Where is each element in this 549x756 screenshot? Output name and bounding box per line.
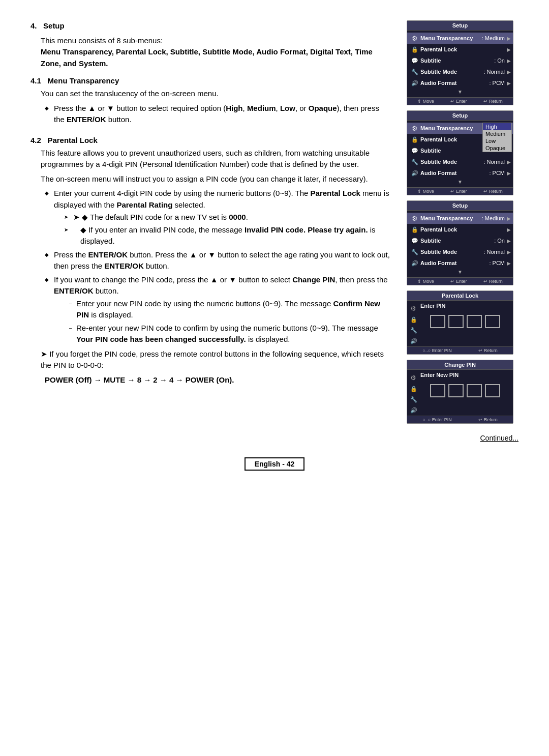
subsection42-desc1: This feature allows you to prevent unaut… bbox=[30, 148, 391, 170]
tv-panel1-title: Setup bbox=[407, 21, 513, 31]
pin-box-4-4 bbox=[485, 315, 500, 328]
panel4-icon4: 🔊 bbox=[410, 338, 417, 344]
tv-icon-lock3: 🔒 bbox=[409, 224, 420, 235]
tv-panel4-body: ⚙ 🔒 🔧 🔊 Enter PIN bbox=[407, 301, 513, 346]
tv-panel4-icons: ⚙ 🔒 🔧 🔊 bbox=[410, 305, 417, 344]
subsection41-title: Menu Transparency bbox=[47, 76, 119, 85]
continued-text: Continued... bbox=[30, 434, 518, 442]
tv-icon-gear2: ⚙ bbox=[409, 123, 420, 133]
tv-row-1-3: 💬 Subtitle : On ▶ bbox=[407, 55, 513, 66]
page-footer: English - 42 bbox=[30, 457, 518, 471]
dropdown-item-low: Low bbox=[483, 137, 511, 144]
tv-row-3-2: 🔒 Parental Lock ▶ bbox=[407, 224, 513, 235]
tv-icon-gear: ⚙ bbox=[409, 33, 420, 43]
tv-panel5-body: ⚙ 🔒 🔧 🔊 Enter New PIN bbox=[407, 370, 513, 416]
pin-box-4-3 bbox=[467, 315, 482, 328]
tv-down-arrow-1: ▼ bbox=[407, 89, 513, 95]
tv-row-3-1: ⚙ Menu Transparency : Medium ▶ bbox=[407, 213, 513, 224]
tv-icon-gear3: ⚙ bbox=[409, 213, 420, 223]
pin-boxes-4 bbox=[420, 311, 510, 331]
pin-box-4-1 bbox=[430, 315, 445, 328]
tv-panel2-footer: ⇕ Move ↵ Enter ↩ Return bbox=[407, 187, 513, 195]
bullet-41-1: Press the ▲ or ▼ button to select requir… bbox=[45, 103, 391, 126]
tv-panel-5: Change PIN ⚙ 🔒 🔧 🔊 Enter New PIN bbox=[407, 360, 513, 424]
tv-panel-2: Setup ⚙ Menu Transparency : High High Me… bbox=[407, 110, 513, 195]
subsection42-title: Parental Lock bbox=[47, 136, 97, 144]
tv-row-3-3: 💬 Subtitle : On ▶ bbox=[407, 235, 513, 246]
section4-title: Setup bbox=[43, 21, 65, 30]
tv-icon-sub1: 💬 bbox=[409, 55, 420, 66]
tv-panel5-icons: ⚙ 🔒 🔧 🔊 bbox=[410, 374, 417, 414]
tv-panel4-main: Enter PIN bbox=[420, 303, 510, 331]
dropdown-item-high: High bbox=[483, 123, 511, 130]
panel5-icon3: 🔧 bbox=[410, 396, 417, 403]
subsection-41: 4.1 Menu Transparency bbox=[30, 76, 391, 85]
tv-panel4-inner: ⚙ 🔒 🔧 🔊 Enter PIN bbox=[410, 303, 510, 344]
sub-bullets-42-1: ➤ ◆ The default PIN code for a new TV se… bbox=[54, 212, 391, 247]
tv-panel5-subtitle: Enter New PIN bbox=[420, 372, 510, 378]
tv-icon-wrench2: 🔧 bbox=[409, 157, 420, 167]
pin-box-5-2 bbox=[448, 384, 464, 397]
dropdown-item-medium: Medium bbox=[483, 130, 511, 137]
tv-icon-lock2: 🔒 bbox=[409, 134, 420, 144]
panel4-icon2: 🔒 bbox=[410, 316, 417, 323]
tv-icon-audio2: 🔊 bbox=[409, 168, 420, 178]
tv-icon-globe1: 🔒 bbox=[409, 44, 420, 54]
note2: POWER (Off) → MUTE → 8 → 2 → 4 → POWER (… bbox=[30, 374, 391, 386]
subsection41-desc: You can set the translucency of the on-s… bbox=[30, 88, 391, 100]
tv-row-1-4: 🔧 Subtitle Mode : Normal ▶ bbox=[407, 66, 513, 77]
tv-panel2-title: Setup bbox=[407, 111, 513, 121]
sub-bullet-42-1b: ◆ If you enter an invalid PIN code, the … bbox=[64, 224, 391, 247]
section4-number: 4. bbox=[30, 21, 37, 30]
tv-panel-3: Setup ⚙ Menu Transparency : Medium ▶ 🔒 P… bbox=[407, 200, 513, 285]
tv-row-1-1: ⚙ Menu Transparency : Medium ▶ bbox=[407, 33, 513, 44]
tv-panel4-footer: ○..○ Enter PIN ↩ Return bbox=[407, 346, 513, 354]
left-column: 4. Setup This menu consists of 8 sub-men… bbox=[30, 20, 391, 389]
subsection-42: 4.2 Parental Lock bbox=[30, 136, 391, 144]
pin-box-5-1 bbox=[430, 384, 445, 397]
pin-box-5-4 bbox=[485, 384, 500, 397]
bullet-42-2: Press the ENTER/OK button. Press the ▲ o… bbox=[45, 249, 391, 272]
tv-icon-audio1: 🔊 bbox=[409, 78, 420, 88]
panel5-icon4: 🔊 bbox=[410, 407, 417, 414]
tv-down-arrow-3: ▼ bbox=[407, 269, 513, 275]
page-content: 4. Setup This menu consists of 8 sub-men… bbox=[30, 20, 518, 424]
dash-42-1: Enter your new PIN code by using the num… bbox=[69, 298, 391, 321]
pin-box-4-2 bbox=[448, 315, 464, 328]
tv-panel4-subtitle: Enter PIN bbox=[420, 303, 510, 309]
subsection42-bullets: Enter your current 4-digit PIN code by u… bbox=[30, 188, 391, 345]
tv-panel5-title: Change PIN bbox=[407, 360, 513, 370]
subsection42-desc2: The on-screen menu will instruct you to … bbox=[30, 173, 391, 185]
bullet-42-1: Enter your current 4-digit PIN code by u… bbox=[45, 188, 391, 247]
tv-row-2-4: 🔧 Subtitle Mode : Normal ▶ bbox=[407, 156, 513, 167]
tv-row-3-4: 🔧 Subtitle Mode : Normal ▶ bbox=[407, 246, 513, 257]
tv-icon-wrench1: 🔧 bbox=[409, 67, 420, 77]
tv-panel5-footer: ○..○ Enter PIN ↩ Return bbox=[407, 416, 513, 423]
subsection41-number: 4.1 bbox=[30, 76, 41, 85]
tv-row-3-5: 🔊 Audio Format : PCM ▶ bbox=[407, 257, 513, 269]
panel4-icon1: ⚙ bbox=[410, 305, 417, 312]
tv-row-1-5: 🔊 Audio Format : PCM ▶ bbox=[407, 77, 513, 89]
tv-panel3-body: ⚙ Menu Transparency : Medium ▶ 🔒 Parenta… bbox=[407, 211, 513, 277]
tv-row-2-5: 🔊 Audio Format : PCM ▶ bbox=[407, 167, 513, 179]
tv-panel4-title: Parental Lock bbox=[407, 291, 513, 301]
pin-box-5-3 bbox=[467, 384, 482, 397]
tv-panel1-footer: ⇕ Move ↵ Enter ↩ Return bbox=[407, 97, 513, 105]
sub-bullet-42-1a: ➤ ◆ The default PIN code for a new TV se… bbox=[64, 212, 391, 223]
note1: ➤ If you forget the PIN code, press the … bbox=[30, 348, 391, 371]
tv-icon-sub3: 💬 bbox=[409, 236, 420, 246]
dash-42-2: Re-enter your new PIN code to confirm by… bbox=[69, 323, 391, 345]
panel5-icon2: 🔒 bbox=[410, 386, 417, 392]
panel4-icon3: 🔧 bbox=[410, 327, 417, 334]
tv-icon-audio3: 🔊 bbox=[409, 258, 420, 268]
tv-panel1-body: ⚙ Menu Transparency : Medium ▶ 🔒 Parenta… bbox=[407, 31, 513, 97]
section4-submenu-list: Menu Transparency, Parental Lock, Subtit… bbox=[41, 47, 373, 68]
dropdown-item-opaque: Opaque bbox=[483, 144, 511, 152]
tv-panel5-main: Enter New PIN bbox=[420, 372, 510, 400]
tv-down-arrow-2: ▼ bbox=[407, 179, 513, 185]
subsection42-number: 4.2 bbox=[30, 136, 41, 144]
section4-intro: This menu consists of 8 sub-menus: Menu … bbox=[30, 35, 391, 70]
tv-panel2-body: ⚙ Menu Transparency : High High Medium L… bbox=[407, 121, 513, 187]
panel5-icon1: ⚙ bbox=[410, 374, 417, 382]
right-column: Setup ⚙ Menu Transparency : Medium ▶ 🔒 P… bbox=[407, 20, 518, 424]
